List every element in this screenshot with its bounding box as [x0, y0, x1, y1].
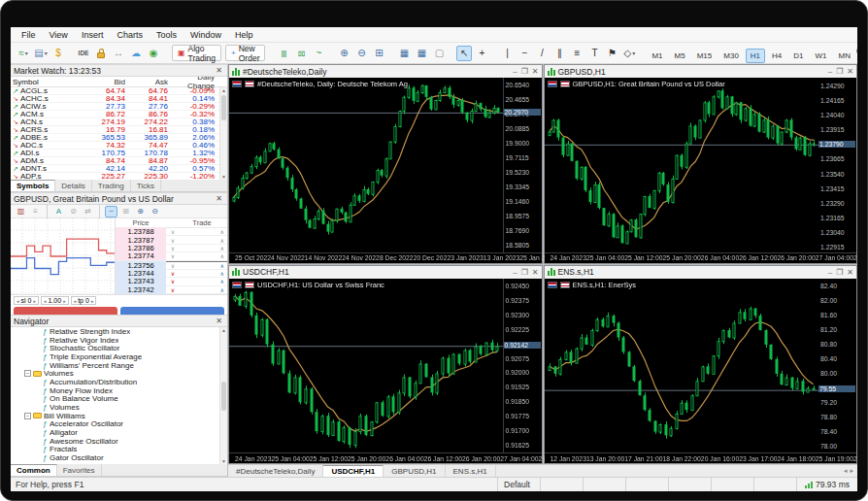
indicator-windows-icon[interactable]: ▦ [414, 46, 429, 61]
community-icon[interactable]: ◉ [146, 46, 161, 61]
table-row[interactable]: ↘ADP.s225.27225.30-1.20% [11, 173, 227, 180]
nav-item-accelerator-oscillator[interactable]: ƒAccelerator Oscillator [11, 420, 227, 429]
chart-plot[interactable] [229, 279, 504, 453]
chevron-up-icon[interactable]: ∧ [180, 286, 227, 293]
chart-style-icon[interactable]: ≈▾ [16, 46, 31, 61]
close-icon[interactable]: ✕ [847, 67, 853, 76]
tab-symbols[interactable]: Symbols [11, 180, 55, 191]
dom-ask-row[interactable]: 1.23774∨∧ [116, 252, 227, 260]
dom-disable-icon[interactable]: ⊘ [67, 206, 80, 217]
chevron-up-icon[interactable]: ∧ [180, 237, 227, 244]
nav-item-market-facilitation-index[interactable]: ƒMarket Facilitation Index [11, 462, 227, 464]
sell-button[interactable] [14, 307, 117, 315]
new-order-button[interactable]: +New Order [225, 45, 265, 61]
nav-item-fractals[interactable]: ƒFractals [11, 446, 227, 454]
zoom-in-icon[interactable]: ⊕ [336, 46, 351, 61]
line-chart-icon[interactable]: ~ [311, 46, 326, 61]
dom-grid-icon[interactable]: ⊞ [119, 206, 132, 217]
timeframe-m1[interactable]: M1 [647, 49, 667, 63]
navigator-scrollbar[interactable]: ▲▼ [219, 327, 227, 464]
fibonacci-icon[interactable]: ≡ [569, 46, 584, 61]
chart-plot[interactable] [229, 78, 504, 252]
chevron-down-icon[interactable]: ∨ [166, 270, 180, 277]
lock-icon[interactable] [93, 46, 109, 61]
nav-folder-volumes[interactable]: −Volumes [11, 369, 227, 378]
chevron-down-icon[interactable]: ∨ [166, 237, 180, 244]
spin-left-icon[interactable]: ◂ [17, 298, 19, 304]
menu-file[interactable]: File [15, 29, 43, 41]
dom-zoom-in-icon[interactable]: ⊕ [134, 206, 147, 217]
menu-window[interactable]: Window [184, 29, 228, 41]
restore-icon[interactable]: ❐ [521, 268, 528, 277]
chart-plot[interactable] [545, 279, 819, 453]
crosshair-icon[interactable]: + [474, 46, 489, 61]
metaeditor-icon[interactable]: IDE [76, 46, 91, 61]
chevron-up-icon[interactable]: ∧ [180, 252, 227, 259]
spin-left-icon[interactable]: ◂ [44, 298, 47, 304]
menu-help[interactable]: Help [228, 29, 260, 41]
restore-icon[interactable]: ❐ [836, 268, 843, 277]
nav-folder-bill-williams[interactable]: −Bill Williams [11, 412, 227, 420]
nav-item-accumulation-distribution[interactable]: ƒAccumulation/Distribution [11, 378, 227, 386]
timeframe-m15[interactable]: M15 [692, 49, 718, 63]
chart-tab-ens-s-h1[interactable]: ENS.s,H1 [446, 465, 496, 477]
dom-bid-row[interactable]: 1.23742∨∧ [116, 286, 227, 294]
bars-chart-icon[interactable]: ||| [276, 46, 291, 61]
nav-item-relative-strength-index[interactable]: ƒRelative Strength Index [11, 327, 227, 336]
hline-icon[interactable]: − [517, 46, 532, 61]
chart-window-titlebar[interactable]: #DeutscheTeleko,Daily–❐✕ [229, 65, 542, 78]
minimize-icon[interactable]: – [828, 268, 832, 277]
tab-scroll-right-icon[interactable]: ▸ [850, 467, 853, 475]
spin-left-icon[interactable]: ◂ [74, 298, 77, 304]
column-header-ask[interactable]: Ask [125, 78, 168, 86]
tab-ticks[interactable]: Ticks [131, 180, 161, 191]
timeframe-d1[interactable]: D1 [788, 49, 808, 63]
tab-common[interactable]: Common [11, 464, 57, 476]
dom-depth-icon[interactable]: ▥ [15, 206, 27, 217]
nav-item-volumes[interactable]: ƒVolumes [11, 403, 227, 412]
trendline-icon[interactable]: / [534, 46, 550, 61]
chevron-down-icon[interactable]: ∨ [166, 286, 180, 293]
column-header-symbol[interactable]: Symbol [11, 78, 81, 86]
close-icon[interactable]: ✕ [214, 194, 224, 203]
chevron-down-icon[interactable]: ∨ [166, 228, 180, 235]
connect-icon[interactable]: ↔ [111, 46, 126, 61]
text-icon[interactable]: T [586, 46, 602, 61]
chart-window-titlebar[interactable]: GBPUSD,H1–❐✕ [545, 65, 857, 78]
shapes-icon[interactable]: ◇▾ [621, 46, 637, 61]
timeframe-m5[interactable]: M5 [670, 49, 690, 63]
chevron-down-icon[interactable]: ∨ [166, 252, 180, 259]
timeframe-mn[interactable]: MN [834, 49, 855, 63]
nav-item-triple-exponential-average[interactable]: ƒTriple Exponential Average [11, 352, 227, 361]
label-icon[interactable]: ⚑ [604, 46, 619, 61]
tree-expander-icon[interactable]: − [24, 413, 31, 419]
channel-icon[interactable]: ∥ [551, 46, 567, 61]
restore-icon[interactable]: ❐ [521, 67, 528, 76]
close-icon[interactable]: ✕ [214, 317, 224, 325]
vline-icon[interactable]: | [499, 46, 515, 61]
dom-transfer-icon[interactable]: ⇄ [82, 206, 94, 217]
nav-item-stochastic-oscillator[interactable]: ƒStochastic Oscillator [11, 344, 227, 352]
tab-details[interactable]: Details [55, 180, 91, 191]
search-icon[interactable] [856, 48, 857, 58]
column-header-bid[interactable]: Bid [81, 78, 125, 86]
nav-item-gator-oscillator[interactable]: ƒGator Oscillator [11, 453, 227, 462]
market-watch-toggle-icon[interactable]: $ [50, 46, 66, 61]
timeframe-h4[interactable]: H4 [767, 49, 786, 63]
dom-auto-icon[interactable]: A [52, 206, 65, 217]
close-icon[interactable]: ✕ [847, 268, 853, 277]
lot-size-stepper[interactable]: ◂1.00▸ [41, 296, 69, 305]
candles-chart-icon[interactable]: ▯▯ [293, 46, 309, 61]
chevron-down-icon[interactable]: ∨ [166, 245, 180, 251]
nav-item-money-flow-index[interactable]: ƒMoney Flow Index [11, 386, 227, 395]
chevron-up-icon[interactable]: ∧ [180, 245, 227, 251]
nav-item-williams-percent-range[interactable]: ƒWilliams' Percent Range [11, 361, 227, 370]
close-icon[interactable]: ✕ [214, 66, 224, 75]
minimize-icon[interactable]: – [513, 268, 517, 277]
dom-zoom-out-icon[interactable]: ⊖ [149, 206, 161, 217]
nav-item-awesome-oscillator[interactable]: ƒAwesome Oscillator [11, 437, 227, 446]
chart-tab--deutscheteleko-daily[interactable]: #DeutscheTeleko,Daily [228, 465, 323, 477]
cursor-icon[interactable]: ↖ [456, 46, 472, 61]
nav-item-on-balance-volume[interactable]: ƒOn Balance Volume [11, 395, 227, 404]
dom-tick-chart[interactable] [11, 218, 116, 294]
